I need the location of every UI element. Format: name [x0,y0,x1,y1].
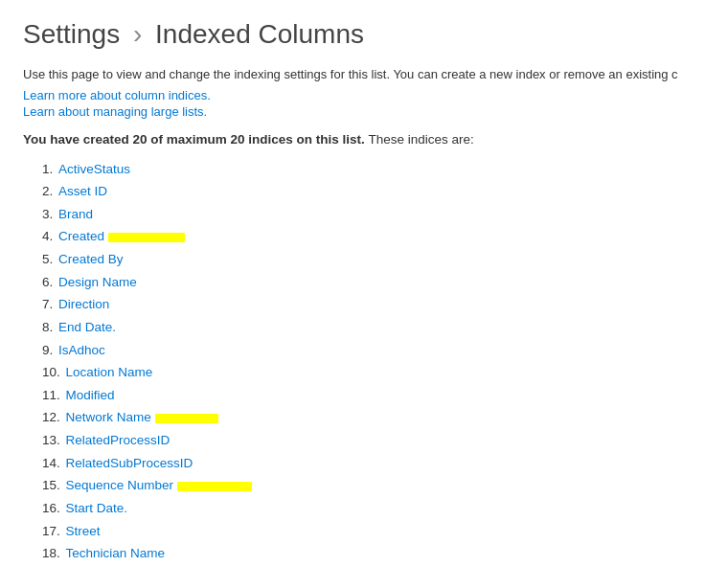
item-number: 9. [42,343,57,357]
description-text: Use this page to view and change the ind… [23,65,705,84]
list-item: 18. Technician Name [42,542,705,565]
list-item: 6. Design Name [42,271,705,294]
managing-lists-link[interactable]: Learn about managing large lists. [23,104,705,119]
list-item: 3. Brand [42,203,705,226]
learn-more-link[interactable]: Learn more about column indices. [23,88,705,102]
list-item: 16. Start Date. [42,497,705,520]
list-item: 15. Sequence Number [42,474,705,497]
list-item: 1. ActiveStatus [42,158,705,181]
item-number: 3. [42,207,57,221]
item-link[interactable]: Network Name [66,410,151,424]
list-item: 7. Direction [42,293,705,316]
list-item: 12. Network Name [42,406,705,429]
item-link[interactable]: Direction [58,297,109,311]
item-link[interactable]: Created By [58,252,124,266]
list-item: 11. Modified [42,384,705,407]
index-list: 1. ActiveStatus2. Asset ID3. Brand4. Cre… [42,158,705,567]
item-link[interactable]: Modified [66,388,115,402]
list-item: 13. RelatedProcessID [42,429,705,452]
item-number: 17. [42,524,64,538]
highlight-mark [177,482,252,491]
item-number: 16. [42,501,64,515]
item-link[interactable]: RelatedSubProcessID [66,456,193,470]
item-link[interactable]: Technician Name [66,546,166,560]
item-number: 4. [42,229,57,243]
item-link[interactable]: Street [66,524,101,538]
item-number: 2. [42,184,57,198]
item-link[interactable]: Brand [58,207,93,221]
item-link[interactable]: IsAdhoc [58,343,105,357]
item-number: 6. [42,275,57,289]
item-number: 1. [42,162,57,176]
list-item: 10. Location Name [42,361,705,384]
item-number: 8. [42,320,57,334]
item-link[interactable]: Created [58,229,104,243]
item-number: 5. [42,252,57,266]
list-item: 8. End Date. [42,316,705,339]
summary-count: You have created 20 of maximum 20 indice… [23,132,365,147]
item-number: 14. [42,456,64,470]
title-separator: › [133,19,142,49]
item-link[interactable]: RelatedProcessID [66,433,171,447]
summary-text: You have created 20 of maximum 20 indice… [23,132,705,147]
item-number: 13. [42,433,64,447]
item-number: 11. [42,388,64,402]
item-link[interactable]: Design Name [58,275,137,289]
list-item: 17. Street [42,520,705,543]
item-number: 12. [42,410,64,424]
item-number: 10. [42,365,64,379]
highlight-mark [108,233,185,242]
list-item: 5. Created By [42,248,705,271]
item-link[interactable]: ActiveStatus [58,162,130,176]
list-item: 14. RelatedSubProcessID [42,452,705,475]
page-title: Settings › Indexed Columns [23,19,705,50]
list-item: 9. IsAdhoc [42,339,705,362]
item-link[interactable]: Asset ID [58,184,107,198]
item-number: 18. [42,546,64,560]
title-sub: Indexed Columns [155,19,364,49]
item-number: 15. [42,478,64,492]
item-link[interactable]: Location Name [66,365,153,379]
item-link[interactable]: Sequence Number [66,478,174,492]
highlight-mark [155,414,218,423]
title-main: Settings [23,19,120,49]
item-link[interactable]: Start Date. [66,501,128,515]
item-number: 7. [42,297,57,311]
item-link[interactable]: End Date. [58,320,116,334]
summary-suffix: These indices are: [368,132,473,147]
list-item: 4. Created [42,225,705,248]
list-item: 2. Asset ID [42,180,705,203]
